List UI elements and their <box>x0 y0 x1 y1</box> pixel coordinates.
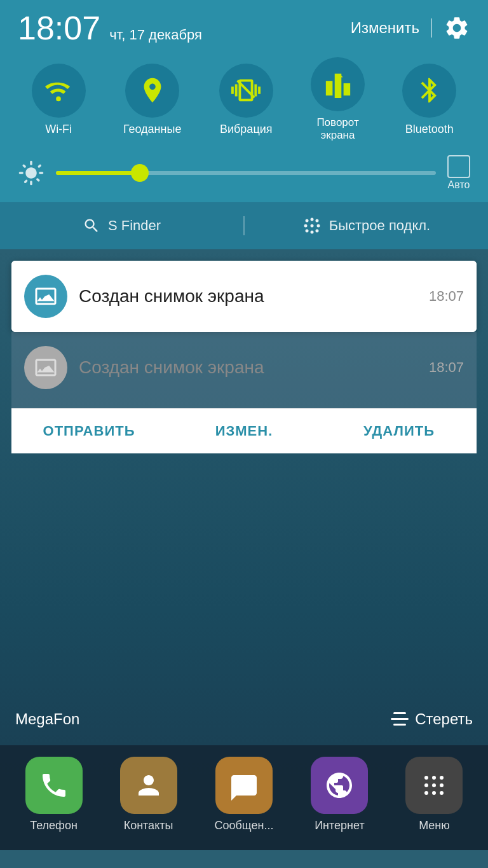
finder-row: S Finder Быстрое подкл. <box>0 202 488 249</box>
svg-point-21 <box>432 791 436 795</box>
clear-label: Стереть <box>415 710 473 728</box>
auto-square-icon <box>447 155 470 178</box>
svg-point-4 <box>310 230 313 233</box>
svg-rect-13 <box>393 724 406 726</box>
svg-rect-11 <box>393 712 406 714</box>
edit-button[interactable]: Изменить <box>351 19 419 37</box>
menu-grid-icon <box>419 770 449 801</box>
delete-button[interactable]: УДАЛИТЬ <box>322 409 477 453</box>
dock-item-menu[interactable]: Меню <box>405 757 463 832</box>
svg-point-8 <box>315 229 318 232</box>
quick-toggles: Wi-Fi Геоданные Вибрация <box>0 51 488 148</box>
phone-icon <box>39 770 69 801</box>
vibration-icon-circle <box>219 64 273 118</box>
notification-time: 18:07 <box>429 288 464 305</box>
notification-title: Создан снимок экрана <box>79 286 417 307</box>
internet-icon <box>324 770 355 801</box>
toggle-geodata[interactable]: Геоданные <box>123 64 182 137</box>
auto-brightness-button[interactable]: Авто <box>447 155 470 191</box>
search-icon <box>83 217 100 235</box>
dock-item-messages[interactable]: Сообщен... <box>215 757 274 832</box>
contacts-icon <box>133 770 164 801</box>
svg-point-5 <box>304 224 307 227</box>
clear-notifications-button[interactable]: Стереть <box>391 710 473 728</box>
quick-connect-label: Быстрое подкл. <box>329 217 430 234</box>
svg-point-17 <box>424 783 428 787</box>
dock-item-phone[interactable]: Телефон <box>25 757 83 832</box>
date: чт, 17 декабря <box>109 27 202 43</box>
brightness-thumb <box>131 164 149 182</box>
screenshot-icon-dim <box>34 356 57 379</box>
edit-action-button[interactable]: ИЗМЕН. <box>166 409 322 453</box>
clear-icon <box>391 712 409 726</box>
messages-label: Сообщен... <box>215 819 274 832</box>
s-finder-button[interactable]: S Finder <box>0 213 243 238</box>
brightness-row: Авто <box>0 148 488 202</box>
svg-point-0 <box>56 97 61 102</box>
settings-icon[interactable] <box>444 15 470 41</box>
svg-point-14 <box>424 776 428 780</box>
brightness-icon <box>18 160 44 186</box>
notification-gap: Создан снимок экрана 18:07 <box>11 332 477 408</box>
rotation-label: Поворот экрана <box>316 116 358 142</box>
header-divider <box>431 18 432 38</box>
dock-item-contacts[interactable]: Контакты <box>120 757 177 832</box>
vibration-icon <box>231 76 261 105</box>
bluetooth-icon-circle <box>402 64 456 118</box>
notification-icon-circle <box>24 275 67 318</box>
notification-actions: ОТПРАВИТЬ ИЗМЕН. УДАЛИТЬ <box>11 408 477 453</box>
quick-connect-icon <box>302 216 322 235</box>
menu-icon-bg <box>405 757 463 814</box>
wifi-icon-circle <box>32 64 86 118</box>
notification-card-main[interactable]: Создан снимок экрана 18:07 <box>11 261 477 332</box>
notification-time-dim: 18:07 <box>429 359 464 376</box>
operator-name: MegaFon <box>15 710 79 728</box>
time-date-group: 18:07 чт, 17 декабря <box>18 11 202 45</box>
toggle-rotation[interactable]: Поворот экрана <box>311 57 365 142</box>
toggle-bluetooth[interactable]: Bluetooth <box>402 64 456 137</box>
rotation-icon-circle <box>311 57 365 111</box>
notification-area: Создан снимок экрана 18:07 Создан снимок… <box>0 249 488 850</box>
quick-settings-panel: 18:07 чт, 17 декабря Изменить Wi-Fi <box>0 0 488 249</box>
toggle-vibration[interactable]: Вибрация <box>219 64 273 137</box>
s-finder-label: S Finder <box>108 217 161 234</box>
svg-point-19 <box>440 783 444 787</box>
clock: 18:07 <box>18 11 100 45</box>
vibration-label: Вибрация <box>220 123 273 137</box>
svg-rect-12 <box>391 718 409 720</box>
status-bar: 18:07 чт, 17 декабря Изменить <box>0 0 488 51</box>
svg-point-6 <box>316 224 320 227</box>
svg-point-22 <box>440 791 444 795</box>
rotation-icon <box>323 70 353 99</box>
internet-icon-bg <box>311 757 368 814</box>
contacts-label: Контакты <box>124 819 173 832</box>
svg-point-7 <box>305 219 308 222</box>
notification-wrapper: Создан снимок экрана 18:07 Создан снимок… <box>0 249 488 453</box>
svg-point-9 <box>315 219 318 222</box>
quick-connect-button[interactable]: Быстрое подкл. <box>245 212 488 239</box>
location-icon <box>138 76 167 105</box>
app-dock: Телефон Контакты Сообщен... <box>0 745 488 850</box>
messages-icon <box>229 770 259 801</box>
bottom-bar: MegaFon Стереть <box>0 701 488 737</box>
svg-point-3 <box>310 217 313 221</box>
status-right-controls: Изменить <box>351 15 470 41</box>
send-button[interactable]: ОТПРАВИТЬ <box>11 409 166 453</box>
bluetooth-label: Bluetooth <box>405 123 454 137</box>
menu-label: Меню <box>419 819 450 832</box>
notification-main-row: Создан снимок экрана 18:07 <box>11 261 477 332</box>
internet-label: Интернет <box>315 819 365 832</box>
bluetooth-icon <box>415 76 444 105</box>
phone-icon-bg <box>25 757 83 814</box>
svg-point-16 <box>440 776 444 780</box>
wifi-icon <box>44 76 73 105</box>
screenshot-icon <box>34 285 57 308</box>
geodata-label: Геоданные <box>123 123 182 137</box>
geodata-icon-circle <box>125 64 179 118</box>
dock-item-internet[interactable]: Интернет <box>311 757 368 832</box>
toggle-wifi[interactable]: Wi-Fi <box>32 64 86 137</box>
svg-point-10 <box>305 229 308 232</box>
brightness-slider[interactable] <box>56 171 436 175</box>
auto-label: Авто <box>448 179 470 191</box>
phone-label: Телефон <box>30 819 78 832</box>
